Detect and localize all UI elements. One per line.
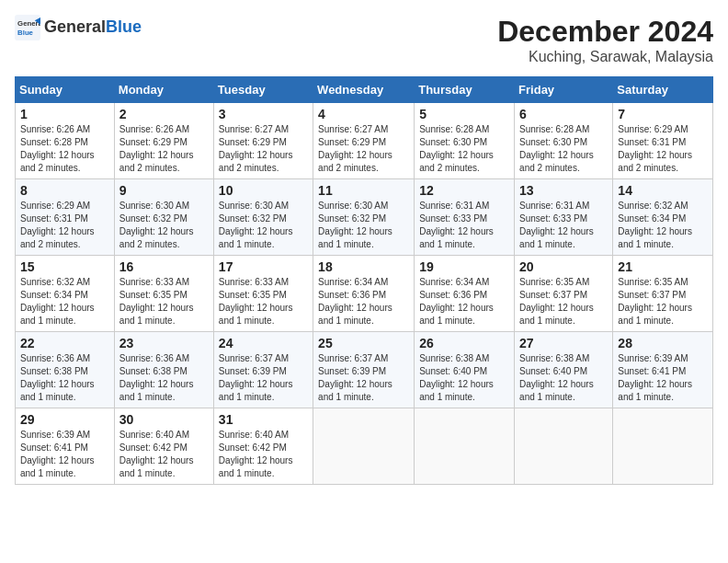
day-info: Sunrise: 6:34 AMSunset: 6:36 PMDaylight:… [318, 276, 409, 327]
sunset-text: Sunset: 6:41 PM [618, 366, 686, 376]
day-info: Sunrise: 6:33 AMSunset: 6:35 PMDaylight:… [119, 276, 209, 327]
weekday-header-tuesday: Tuesday [213, 77, 313, 103]
sunrise-text: Sunrise: 6:37 AM [318, 353, 388, 363]
calendar-cell: 16Sunrise: 6:33 AMSunset: 6:35 PMDayligh… [114, 256, 213, 332]
sunrise-text: Sunrise: 6:27 AM [219, 124, 289, 134]
calendar-cell: 21Sunrise: 6:35 AMSunset: 6:37 PMDayligh… [613, 256, 713, 332]
weekday-header-saturday: Saturday [613, 77, 713, 103]
day-number: 8 [20, 183, 109, 198]
daylight-text: Daylight: 12 hours and 1 minute. [219, 455, 293, 478]
sunrise-text: Sunrise: 6:30 AM [318, 201, 388, 211]
day-number: 15 [20, 259, 109, 274]
day-number: 25 [318, 336, 409, 350]
sunset-text: Sunset: 6:38 PM [20, 366, 88, 376]
calendar-cell: 28Sunrise: 6:39 AMSunset: 6:41 PMDayligh… [613, 332, 713, 408]
logo-general: General [44, 17, 106, 36]
day-info: Sunrise: 6:34 AMSunset: 6:36 PMDaylight:… [419, 276, 509, 327]
logo-icon: General Blue [15, 15, 40, 40]
sunrise-text: Sunrise: 6:34 AM [318, 277, 388, 287]
logo-blue: Blue [106, 17, 142, 36]
day-info: Sunrise: 6:38 AMSunset: 6:40 PMDaylight:… [519, 352, 608, 404]
day-number: 6 [519, 107, 608, 121]
calendar-cell: 13Sunrise: 6:31 AMSunset: 6:33 PMDayligh… [515, 179, 613, 256]
day-info: Sunrise: 6:35 AMSunset: 6:37 PMDaylight:… [618, 276, 708, 327]
sunset-text: Sunset: 6:32 PM [219, 213, 287, 224]
sunset-text: Sunset: 6:34 PM [20, 290, 88, 300]
sunrise-text: Sunrise: 6:36 AM [119, 353, 189, 363]
calendar-cell: 2Sunrise: 6:26 AMSunset: 6:29 PMDaylight… [114, 103, 213, 179]
weekday-header-row: SundayMondayTuesdayWednesdayThursdayFrid… [16, 77, 713, 103]
day-info: Sunrise: 6:29 AMSunset: 6:31 PMDaylight:… [618, 123, 708, 175]
sunrise-text: Sunrise: 6:39 AM [618, 353, 688, 363]
daylight-text: Daylight: 12 hours and 1 minute. [618, 226, 692, 249]
svg-text:Blue: Blue [17, 29, 34, 37]
sunrise-text: Sunrise: 6:37 AM [219, 353, 289, 363]
calendar-cell: 22Sunrise: 6:36 AMSunset: 6:38 PMDayligh… [16, 332, 115, 408]
sunset-text: Sunset: 6:30 PM [519, 137, 587, 147]
calendar-cell: 23Sunrise: 6:36 AMSunset: 6:38 PMDayligh… [114, 332, 213, 408]
day-info: Sunrise: 6:30 AMSunset: 6:32 PMDaylight:… [219, 200, 308, 251]
calendar-week-3: 15Sunrise: 6:32 AMSunset: 6:34 PMDayligh… [16, 256, 713, 332]
sunset-text: Sunset: 6:35 PM [119, 290, 188, 300]
sunrise-text: Sunrise: 6:28 AM [519, 124, 589, 134]
day-number: 5 [419, 107, 509, 121]
sunset-text: Sunset: 6:36 PM [419, 290, 487, 300]
sunrise-text: Sunrise: 6:39 AM [20, 430, 90, 440]
day-info: Sunrise: 6:29 AMSunset: 6:31 PMDaylight:… [20, 200, 109, 251]
day-info: Sunrise: 6:37 AMSunset: 6:39 PMDaylight:… [318, 352, 409, 404]
calendar-cell: 3Sunrise: 6:27 AMSunset: 6:29 PMDaylight… [213, 103, 313, 179]
sunset-text: Sunset: 6:34 PM [618, 213, 686, 224]
logo: General Blue GeneralBlue [15, 15, 142, 40]
day-info: Sunrise: 6:39 AMSunset: 6:41 PMDaylight:… [618, 352, 708, 404]
day-info: Sunrise: 6:40 AMSunset: 6:42 PMDaylight:… [119, 429, 209, 480]
sunrise-text: Sunrise: 6:30 AM [219, 201, 289, 211]
weekday-header-monday: Monday [114, 77, 213, 103]
day-info: Sunrise: 6:26 AMSunset: 6:29 PMDaylight:… [119, 123, 209, 175]
logo-text: GeneralBlue [44, 18, 142, 37]
day-number: 23 [119, 336, 209, 350]
sunset-text: Sunset: 6:33 PM [519, 213, 587, 224]
day-info: Sunrise: 6:31 AMSunset: 6:33 PMDaylight:… [419, 200, 509, 251]
sunrise-text: Sunrise: 6:27 AM [318, 124, 388, 134]
daylight-text: Daylight: 12 hours and 1 minute. [20, 379, 95, 402]
sunset-text: Sunset: 6:32 PM [119, 213, 188, 224]
calendar-cell: 9Sunrise: 6:30 AMSunset: 6:32 PMDaylight… [114, 179, 213, 256]
day-info: Sunrise: 6:32 AMSunset: 6:34 PMDaylight:… [20, 276, 109, 327]
calendar-body: 1Sunrise: 6:26 AMSunset: 6:28 PMDaylight… [16, 103, 713, 485]
day-number: 29 [20, 412, 109, 427]
calendar-cell: 20Sunrise: 6:35 AMSunset: 6:37 PMDayligh… [515, 256, 613, 332]
day-info: Sunrise: 6:26 AMSunset: 6:28 PMDaylight:… [20, 123, 109, 175]
sunset-text: Sunset: 6:37 PM [519, 290, 587, 300]
day-number: 3 [219, 107, 308, 121]
day-info: Sunrise: 6:27 AMSunset: 6:29 PMDaylight:… [318, 123, 409, 175]
calendar-cell: 19Sunrise: 6:34 AMSunset: 6:36 PMDayligh… [415, 256, 515, 332]
day-number: 31 [219, 412, 308, 427]
sunset-text: Sunset: 6:32 PM [318, 213, 386, 224]
calendar-cell: 14Sunrise: 6:32 AMSunset: 6:34 PMDayligh… [613, 179, 713, 256]
sunrise-text: Sunrise: 6:33 AM [119, 277, 189, 287]
calendar-cell: 30Sunrise: 6:40 AMSunset: 6:42 PMDayligh… [114, 408, 213, 485]
daylight-text: Daylight: 12 hours and 1 minute. [318, 226, 392, 249]
sunset-text: Sunset: 6:29 PM [318, 137, 386, 147]
calendar-cell: 24Sunrise: 6:37 AMSunset: 6:39 PMDayligh… [213, 332, 313, 408]
calendar-cell [415, 408, 515, 485]
calendar-table: SundayMondayTuesdayWednesdayThursdayFrid… [15, 76, 713, 485]
calendar-cell: 5Sunrise: 6:28 AMSunset: 6:30 PMDaylight… [415, 103, 515, 179]
sunset-text: Sunset: 6:36 PM [318, 290, 386, 300]
calendar-cell: 18Sunrise: 6:34 AMSunset: 6:36 PMDayligh… [313, 256, 415, 332]
day-info: Sunrise: 6:36 AMSunset: 6:38 PMDaylight:… [119, 352, 209, 404]
sunset-text: Sunset: 6:29 PM [219, 137, 287, 147]
day-number: 13 [519, 183, 608, 198]
page-header: General Blue GeneralBlue December 2024 K… [15, 15, 713, 65]
weekday-header-sunday: Sunday [16, 77, 115, 103]
daylight-text: Daylight: 12 hours and 2 minutes. [20, 226, 95, 249]
calendar-week-5: 29Sunrise: 6:39 AMSunset: 6:41 PMDayligh… [16, 408, 713, 485]
daylight-text: Daylight: 12 hours and 2 minutes. [419, 150, 494, 173]
daylight-text: Daylight: 12 hours and 1 minute. [318, 303, 392, 326]
daylight-text: Daylight: 12 hours and 1 minute. [419, 303, 494, 326]
sunset-text: Sunset: 6:33 PM [419, 213, 487, 224]
location-title: Kuching, Sarawak, Malaysia [497, 49, 713, 65]
day-info: Sunrise: 6:33 AMSunset: 6:35 PMDaylight:… [219, 276, 308, 327]
calendar-week-2: 8Sunrise: 6:29 AMSunset: 6:31 PMDaylight… [16, 179, 713, 256]
sunset-text: Sunset: 6:37 PM [618, 290, 686, 300]
